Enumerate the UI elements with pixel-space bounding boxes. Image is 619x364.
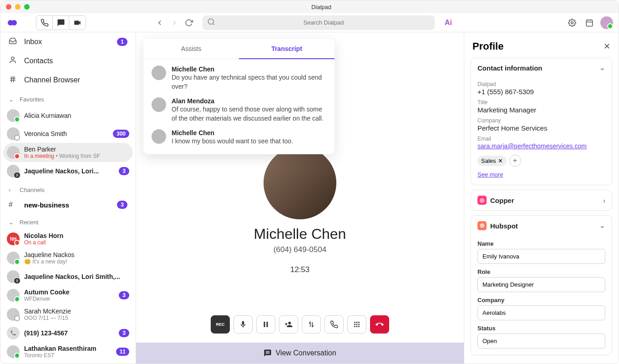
settings-button[interactable] — [566, 16, 578, 29]
unread-badge: 300 — [113, 130, 129, 138]
favorite-item[interactable]: Alicia Kurniawan — [0, 106, 136, 125]
add-tag-button[interactable]: + — [509, 155, 521, 167]
transcript-message: Michelle ChenDo you have any technical s… — [152, 66, 326, 91]
recent-item[interactable]: Autumn CookeWFDenver3 — [0, 286, 136, 305]
section-channels[interactable]: › Channels — [0, 183, 136, 197]
profile-email[interactable]: sara.marja@perfecthomeservices.com — [477, 142, 587, 150]
recent-item[interactable]: (919) 123-45673 — [0, 324, 136, 342]
nav-inbox-label: Inbox — [24, 38, 111, 46]
view-conversation-button[interactable]: View Conversation — [136, 343, 464, 364]
avatar — [7, 327, 20, 339]
svg-point-17 — [356, 322, 358, 323]
avatar — [7, 252, 20, 264]
remove-tag-icon[interactable]: ✕ — [498, 157, 503, 164]
transfer-button[interactable] — [302, 315, 321, 334]
avatar — [7, 289, 20, 302]
hubspot-header[interactable]: ⚙ Hubspot ⌄ — [471, 216, 612, 236]
recent-item[interactable]: 24Bill Yackey, Sam Maliksi, J.P.... — [0, 361, 136, 364]
hubspot-title: Hubspot — [490, 222, 518, 230]
add-participant-button[interactable] — [279, 315, 298, 334]
tab-assists[interactable]: Assists — [143, 39, 239, 59]
nav-inbox[interactable]: Inbox 1 — [0, 32, 136, 51]
hangup-button[interactable] — [370, 315, 389, 334]
refresh-button[interactable] — [183, 16, 195, 29]
call-options-button[interactable] — [325, 315, 344, 334]
back-button[interactable] — [153, 16, 166, 29]
recent-item[interactable]: Jaqueline Nackos😊 It's a new day! — [0, 248, 136, 268]
recent-item[interactable]: NHNicolas HornOn a call — [0, 229, 136, 248]
see-more-link[interactable]: See more — [477, 171, 503, 178]
contact-name: Veronica Smith — [24, 130, 108, 137]
favorite-item[interactable]: 9Jaqueline Nackos, Lori...3 — [0, 162, 136, 180]
calendar-button[interactable] — [583, 16, 596, 29]
contact-name: Jaqueline Nackos, Lori... — [24, 167, 114, 175]
favorite-item[interactable]: Ben ParkerIn a meeting • Working from SF — [3, 143, 133, 162]
profile-company: Perfect Home Services — [477, 124, 605, 132]
svg-point-24 — [358, 326, 360, 327]
maximize-window[interactable] — [24, 4, 30, 10]
svg-point-2 — [208, 19, 213, 24]
profile-phone: +1 (555) 867-5309 — [477, 88, 605, 96]
recent-item[interactable]: Lathankan RasenthiramToronto EST11 — [0, 342, 136, 361]
window-controls — [6, 4, 30, 10]
nav-contacts[interactable]: Contacts — [0, 51, 136, 71]
minimize-window[interactable] — [15, 4, 20, 10]
tag-sales[interactable]: Sales ✕ — [477, 156, 507, 166]
unread-badge: 3 — [119, 291, 129, 299]
quick-call-buttons — [36, 15, 86, 30]
hubspot-company-input[interactable] — [477, 305, 605, 320]
video-button[interactable] — [69, 16, 86, 30]
contact-sub: On a call — [24, 239, 129, 246]
dialpad-logo[interactable] — [6, 16, 19, 29]
contact-info-card: Contact information ⌄ Dialpad +1 (555) 8… — [471, 58, 612, 185]
avatar — [7, 127, 20, 140]
favorite-item[interactable]: Veronica Smith300 — [0, 125, 136, 143]
hubspot-name-input[interactable] — [477, 249, 605, 264]
caller-phone: (604) 649-0504 — [274, 245, 326, 254]
svg-point-18 — [358, 322, 360, 323]
contact-info-header[interactable]: Contact information ⌄ — [471, 58, 612, 77]
close-window[interactable] — [6, 4, 11, 10]
hubspot-role-input[interactable] — [477, 277, 605, 292]
section-favorites[interactable]: ⌄ Favorites — [0, 92, 136, 106]
ai-icon[interactable]: Ai — [445, 19, 452, 27]
hubspot-status-input[interactable] — [477, 334, 605, 349]
tab-transcript[interactable]: Transcript — [239, 39, 335, 59]
transcript-card: Assists Transcript Michelle ChenDo you h… — [143, 39, 335, 154]
message-author: Michelle Chen — [172, 66, 326, 73]
nav-contacts-label: Contacts — [24, 57, 127, 65]
dialpad-button[interactable] — [347, 315, 366, 334]
svg-point-19 — [354, 324, 355, 325]
avatar — [7, 109, 20, 122]
forward-button[interactable] — [168, 16, 181, 29]
unread-badge: 3 — [119, 329, 129, 337]
channel-item[interactable]: #new-business3 — [0, 197, 136, 212]
recent-item[interactable]: 9Jaqueline Nackos, Lori Smith,... — [0, 268, 136, 286]
copper-header[interactable]: ◎ Copper › — [471, 190, 612, 210]
contact-sub: Toronto EST — [24, 352, 112, 359]
search-wrap — [203, 15, 435, 30]
phone-button[interactable] — [36, 16, 53, 30]
title-label: Title — [477, 99, 605, 106]
search-input[interactable] — [203, 15, 435, 30]
user-avatar[interactable] — [600, 16, 613, 29]
nav-channel-browser[interactable]: Channel Browser — [0, 71, 136, 90]
caller-name: Michelle Chen — [254, 226, 346, 243]
transcript-message: Alan MendozaOf course, happy to send tho… — [152, 97, 326, 123]
svg-point-1 — [11, 20, 17, 25]
contact-name: Nicolas Horn — [24, 232, 129, 239]
inbox-badge: 1 — [117, 38, 127, 46]
svg-point-23 — [356, 326, 358, 327]
message-button[interactable] — [53, 16, 69, 30]
section-recent[interactable]: ⌄ Recent — [0, 215, 136, 229]
channel-name: new-business — [24, 201, 111, 209]
avatar — [7, 345, 20, 358]
hold-button[interactable] — [256, 315, 275, 334]
channels-label: Channels — [20, 187, 45, 193]
svg-point-16 — [354, 322, 355, 323]
record-button[interactable]: REC — [211, 315, 230, 334]
close-profile-button[interactable]: ✕ — [604, 41, 610, 51]
mute-button[interactable] — [233, 315, 253, 334]
inbox-icon — [9, 37, 18, 47]
recent-item[interactable]: Sarah McKenzieOOO 7/11 — 7/15 — [0, 305, 136, 324]
